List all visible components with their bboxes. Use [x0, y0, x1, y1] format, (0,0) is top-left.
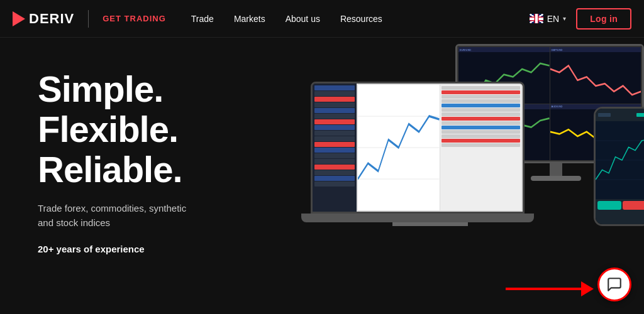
- platform-main-inner: [357, 84, 523, 212]
- nav-links: Trade Markets About us Resources: [191, 14, 382, 24]
- form-row-11: [441, 130, 521, 134]
- phone-header-right: [636, 113, 644, 117]
- navbar: DERIV GET TRADING Trade Markets About us…: [0, 0, 644, 38]
- chat-icon: [606, 276, 623, 293]
- login-button[interactable]: Log in: [576, 8, 631, 30]
- hero-left: Simple. Flexible. Reliable. Trade forex,…: [0, 38, 201, 254]
- laptop-screen: [311, 82, 525, 214]
- sidebar-row-5: [314, 108, 355, 113]
- sidebar-row-14: [314, 159, 355, 164]
- form-row-5: [441, 104, 521, 107]
- laptop-device: [311, 82, 550, 239]
- nav-link-markets[interactable]: Markets: [234, 14, 265, 24]
- phone-chart-area: [596, 121, 644, 199]
- arrow-shaft: [506, 288, 581, 290]
- hero-devices: EUR/USD GBP/USD USD/JPY: [292, 44, 644, 314]
- phone-ui: [596, 109, 644, 224]
- form-row-7: [441, 112, 521, 116]
- sidebar-row-2: [314, 91, 355, 96]
- monitor-cell-2: GBP/USD: [550, 47, 641, 104]
- get-trading-label: GET TRADING: [103, 14, 166, 23]
- nav-link-resources[interactable]: Resources: [340, 14, 382, 24]
- hero-subtitle: Trade forex, commodities, synthetic and …: [38, 202, 201, 230]
- phone-chart-svg: [596, 121, 644, 199]
- hero-title-line2: Flexible.: [38, 109, 201, 149]
- form-row-4: [441, 99, 521, 103]
- sidebar-row-16: [314, 170, 355, 175]
- nav-link-about-us[interactable]: About us: [286, 14, 320, 24]
- sidebar-row-3: [314, 97, 355, 102]
- form-row-8: [441, 117, 521, 121]
- sidebar-row-6: [314, 114, 355, 119]
- platform-form: [440, 85, 522, 210]
- logo-text: DERIV: [29, 11, 74, 27]
- phone-bottom-controls: [596, 199, 644, 224]
- sidebar-row-15: [314, 165, 355, 170]
- monitor-cell-2-header: GBP/USD: [550, 47, 641, 52]
- flag-icon: [530, 14, 543, 23]
- monitor-chart-2: [550, 52, 641, 104]
- logo-divider: [88, 10, 89, 28]
- hero-title-line3: Reliable.: [38, 149, 201, 190]
- laptop-base: [301, 214, 534, 222]
- phone-header-left: [598, 113, 611, 117]
- phone-header: [596, 109, 644, 121]
- sidebar-row-17: [314, 176, 355, 181]
- sidebar-row-9: [314, 131, 355, 136]
- form-row-13: [441, 139, 521, 143]
- form-row-10: [441, 126, 521, 129]
- form-row-3: [441, 95, 521, 99]
- sidebar-row-12: [314, 148, 355, 153]
- form-row-6: [441, 108, 521, 112]
- sidebar-row-10: [314, 136, 355, 141]
- sidebar-row-11: [314, 142, 355, 147]
- chevron-down-icon: ▾: [563, 15, 566, 22]
- trading-platform-ui: [313, 84, 523, 212]
- hero-section: Simple. Flexible. Reliable. Trade forex,…: [0, 38, 644, 314]
- form-row-14: [441, 143, 521, 147]
- language-selector[interactable]: EN ▾: [530, 14, 566, 24]
- form-row-9: [441, 121, 521, 125]
- nav-link-trade[interactable]: Trade: [191, 14, 214, 24]
- nav-right: EN ▾ Log in: [530, 8, 631, 30]
- hero-title: Simple. Flexible. Reliable.: [38, 69, 201, 189]
- hero-experience: 20+ years of experience: [38, 244, 201, 254]
- platform-chart-area: [358, 85, 440, 210]
- phone-device: [594, 107, 644, 226]
- red-arrow-container: [506, 281, 594, 296]
- language-label: EN: [547, 14, 559, 24]
- sidebar-row-13: [314, 153, 355, 158]
- flag-cross: [530, 18, 543, 20]
- sidebar-row-4: [314, 102, 355, 107]
- form-row-2: [441, 90, 521, 94]
- sidebar-row-18: [314, 181, 355, 187]
- sidebar-row-7: [314, 119, 355, 124]
- form-row-1: [441, 86, 521, 90]
- monitor-stand-neck: [550, 163, 562, 176]
- laptop-stand: [392, 222, 468, 226]
- platform-main: [357, 84, 523, 212]
- deriv-logo[interactable]: DERIV: [13, 11, 74, 27]
- monitor-cell-1-header: EUR/USD: [458, 47, 550, 52]
- form-row-12: [441, 134, 521, 138]
- deriv-chevron-icon: [13, 11, 25, 26]
- logo-area: DERIV GET TRADING: [13, 10, 166, 28]
- sidebar-row-1: [314, 85, 355, 90]
- chat-button[interactable]: [597, 268, 631, 301]
- sidebar-row-8: [314, 125, 355, 130]
- phone-buy-button: [597, 201, 621, 210]
- platform-sidebar: [313, 84, 357, 212]
- laptop-chart-svg: [358, 85, 440, 210]
- phone-sell-button: [623, 201, 644, 210]
- hero-title-line1: Simple.: [38, 69, 201, 109]
- arrow-head-icon: [581, 281, 594, 296]
